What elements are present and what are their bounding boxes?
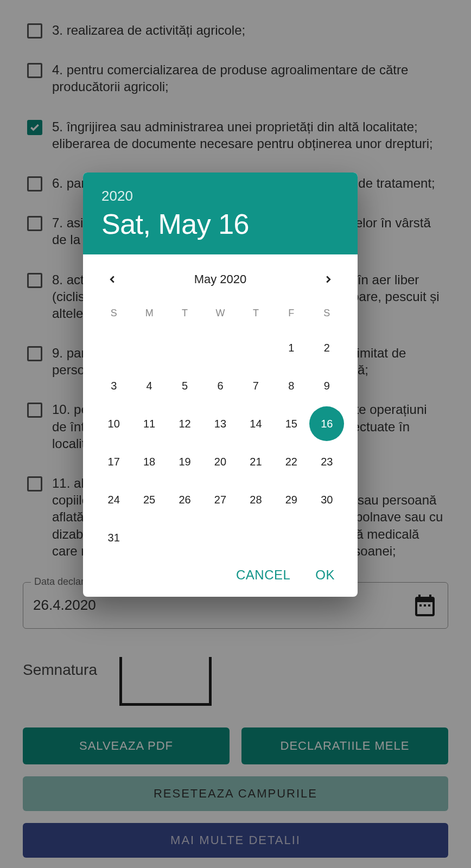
date-picker-month-label[interactable]: May 2020 xyxy=(194,272,247,286)
calendar-day[interactable]: 8 xyxy=(273,373,309,398)
day-of-week-header: T xyxy=(167,300,202,322)
cancel-button[interactable]: CANCEL xyxy=(236,567,290,583)
calendar-empty-cell xyxy=(202,335,238,360)
calendar-day[interactable]: 29 xyxy=(273,487,309,512)
calendar-day[interactable]: 27 xyxy=(202,487,238,512)
calendar-day[interactable]: 19 xyxy=(167,449,202,474)
calendar-day[interactable]: 31 xyxy=(96,525,131,550)
date-picker-selected-date[interactable]: Sat, May 16 xyxy=(101,208,339,240)
calendar-day[interactable]: 6 xyxy=(202,373,238,398)
day-of-week-header: S xyxy=(309,300,345,322)
calendar-day[interactable]: 24 xyxy=(96,487,131,512)
calendar-day[interactable]: 7 xyxy=(238,373,273,398)
calendar-empty-cell xyxy=(96,335,131,360)
calendar-day[interactable]: 3 xyxy=(96,373,131,398)
calendar-day[interactable]: 15 xyxy=(273,411,309,436)
calendar-day[interactable]: 30 xyxy=(309,487,345,512)
day-of-week-header: W xyxy=(202,300,238,322)
calendar-empty-cell xyxy=(131,335,167,360)
modal-scrim[interactable]: 2020 Sat, May 16 May 2020 SMTWTFS1234567… xyxy=(0,0,471,868)
calendar-day[interactable]: 9 xyxy=(309,373,345,398)
day-of-week-header: F xyxy=(273,300,309,322)
calendar-day[interactable]: 20 xyxy=(202,449,238,474)
calendar-day[interactable]: 21 xyxy=(238,449,273,474)
calendar-day[interactable]: 17 xyxy=(96,449,131,474)
date-picker-year[interactable]: 2020 xyxy=(101,188,339,205)
calendar-day[interactable]: 18 xyxy=(131,449,167,474)
calendar-empty-cell xyxy=(238,335,273,360)
day-of-week-header: M xyxy=(131,300,167,322)
calendar-day[interactable]: 2 xyxy=(309,335,345,360)
calendar-day[interactable]: 11 xyxy=(131,411,167,436)
calendar-day[interactable]: 5 xyxy=(167,373,202,398)
day-of-week-header: S xyxy=(96,300,131,322)
calendar-day[interactable]: 13 xyxy=(202,411,238,436)
calendar-empty-cell xyxy=(167,335,202,360)
calendar-day[interactable]: 14 xyxy=(238,411,273,436)
ok-button[interactable]: OK xyxy=(315,567,335,583)
date-picker-dialog: 2020 Sat, May 16 May 2020 SMTWTFS1234567… xyxy=(83,173,358,597)
calendar-day[interactable]: 22 xyxy=(273,449,309,474)
calendar-day[interactable]: 23 xyxy=(309,449,345,474)
calendar-day[interactable]: 12 xyxy=(167,411,202,436)
day-of-week-header: T xyxy=(238,300,273,322)
date-picker-header: 2020 Sat, May 16 xyxy=(83,173,358,254)
calendar-day[interactable]: 4 xyxy=(131,373,167,398)
calendar-day[interactable]: 10 xyxy=(96,411,131,436)
calendar-day[interactable]: 25 xyxy=(131,487,167,512)
calendar-day[interactable]: 26 xyxy=(167,487,202,512)
next-month-button[interactable] xyxy=(319,270,338,289)
calendar-day[interactable]: 1 xyxy=(273,335,309,360)
calendar-day[interactable]: 28 xyxy=(238,487,273,512)
calendar-day[interactable]: 16 xyxy=(309,411,345,436)
prev-month-button[interactable] xyxy=(103,270,122,289)
